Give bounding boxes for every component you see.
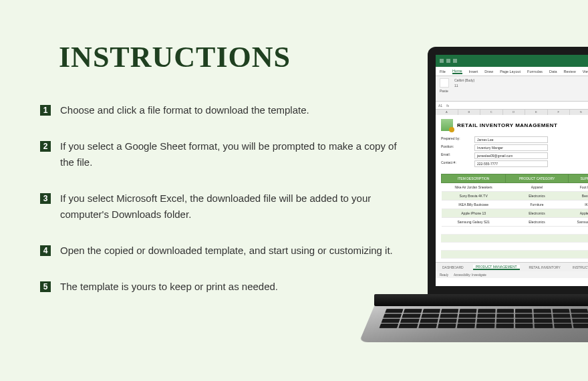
laptop-hinge [374,294,588,306]
font-size-select[interactable]: 11 [454,84,474,88]
step-number-badge: 3 [40,193,51,204]
th-item[interactable]: ITEM DESCRIPTION [442,174,506,183]
fx-icon[interactable]: fx [446,104,449,108]
cell[interactable]: Best Buy [568,192,588,201]
cell[interactable]: IKEA Billy Bookcase [442,201,506,209]
step-item: 1 Choose and click a file format to down… [40,102,401,118]
step-item: 3 If you select Microsoft Excel, the dow… [40,190,401,223]
step-number-badge: 2 [40,141,51,152]
laptop-keyboard [359,306,588,342]
contact-label: Contact #: [441,160,472,167]
font-name-select[interactable]: Calibri (Body) [454,78,474,82]
laptop-screen-bezel: File Home Insert Draw Page Layout Formul… [428,47,588,294]
step-item: 2 If you select a Google Sheet format, y… [40,138,401,170]
email-label: Email: [441,152,472,159]
step-text: The template is yours to keep or print a… [60,279,278,295]
th-category[interactable]: PRODUCT CATEGORY [506,174,568,183]
ribbon-tab-draw[interactable]: Draw [484,70,493,74]
step-number-badge: 4 [40,245,51,256]
ribbon-body: Paste Calibri (Body) 11 Wrap Te [436,76,588,102]
cell[interactable]: Electronics [506,209,568,218]
step-item: 5 The template is yours to keep or print… [40,279,401,295]
redo-icon[interactable] [453,59,457,63]
ribbon-tab-data[interactable]: Data [549,70,557,74]
contact-value[interactable]: 222-555-7777 [474,160,548,167]
save-icon[interactable] [440,59,444,63]
prepared-by-label: Prepared by: [441,136,472,143]
col-header[interactable]: F [548,110,571,115]
status-accessibility[interactable]: Accessibility: Investigate [454,273,486,277]
cell[interactable]: Samsung Galaxy S21 [442,218,506,227]
formula-bar: A1 fx [436,102,588,110]
cell[interactable]: Electronics [506,218,568,227]
sheet-tab-retail[interactable]: RETAIL INVENTORY [527,265,563,269]
cell[interactable]: Sony Bravia 4K TV [442,192,506,201]
col-header[interactable]: E [525,110,548,115]
steps-list: 1 Choose and click a file format to down… [40,102,401,295]
table-row[interactable]: Sony Bravia 4K TVElectronicsBest Buy [442,192,589,201]
spreadsheet-area[interactable]: RETAIL INVENTORY MANAGEMENT Prepared by:… [436,115,588,262]
col-header[interactable]: G [570,110,588,115]
laptop-base [374,294,588,368]
ribbon-tab-review[interactable]: Review [564,70,576,74]
key-grid [380,309,588,328]
excel-window: File Home Insert Draw Page Layout Formul… [436,55,588,286]
cell[interactable]: Apple Store [568,209,588,218]
step-number-badge: 1 [40,105,51,116]
info-form: Prepared by: James Lee Position: Invento… [441,136,588,167]
paste-button[interactable] [440,78,449,88]
ribbon-tab-view[interactable]: View [583,70,588,74]
col-header[interactable]: A [436,110,458,115]
excel-titlebar [436,55,588,67]
table-row[interactable]: Samsung Galaxy S21ElectronicsSamsung Sto… [442,218,589,227]
email-value[interactable]: jameslee09@gmail.com [474,152,548,159]
th-supplier[interactable]: SUPPLIER [568,174,588,183]
position-value[interactable]: Inventory Manger [474,144,548,151]
sheet-tab-dashboard[interactable]: DASHBOARD [440,265,466,269]
ribbon-tab-formulas[interactable]: Formulas [527,70,543,74]
table-row[interactable]: IKEA Billy BookcaseFurnitureIKEA [442,201,589,209]
cell[interactable]: Foot Locker [568,183,588,192]
step-text: Choose and click a file format to downlo… [60,102,309,118]
step-number-badge: 5 [40,281,51,292]
cell[interactable]: Nike Air Jordan Sneakers [442,183,506,192]
ribbon-tab-home[interactable]: Home [452,69,462,74]
cell[interactable]: Samsung Store [568,218,588,227]
cell[interactable]: Apple iPhone 13 [442,209,506,218]
col-header[interactable]: D [503,110,526,115]
table-row[interactable]: Apple iPhone 13ElectronicsApple Store [442,209,589,218]
col-header[interactable]: C [480,110,503,115]
empty-rows[interactable] [441,227,588,267]
paste-label: Paste [440,89,449,93]
col-header[interactable]: B [458,110,481,115]
prepared-by-value[interactable]: James Lee [474,136,548,143]
laptop-mockup: File Home Insert Draw Page Layout Formul… [347,47,588,368]
step-text: Open the copied or downloaded template, … [60,243,393,259]
sheet-heading: RETAIL INVENTORY MANAGEMENT [457,122,557,128]
ribbon-tabs: File Home Insert Draw Page Layout Formul… [436,67,588,76]
status-bar: Ready Accessibility: Investigate [436,271,588,278]
undo-icon[interactable] [446,59,450,63]
sheet-tabs-bar: DASHBOARD PRODUCT MANAGEMENT RETAIL INVE… [436,262,588,271]
inventory-icon [441,119,453,131]
name-box[interactable]: A1 [438,104,442,108]
ribbon-tab-insert[interactable]: Insert [469,70,478,74]
position-label: Position: [441,144,472,151]
cell[interactable]: Furniture [506,201,568,209]
ribbon-tab-pagelayout[interactable]: Page Layout [500,70,521,74]
ribbon-tab-file[interactable]: File [440,70,446,74]
cell[interactable]: IKEA [568,201,588,209]
cell[interactable]: Apparel [506,183,568,192]
cell[interactable]: Electronics [506,192,568,201]
status-ready: Ready [440,273,448,277]
step-item: 4 Open the copied or downloaded template… [40,243,401,259]
inventory-table[interactable]: ITEM DESCRIPTION PRODUCT CATEGORY SUPPLI… [441,174,588,227]
sheet-tab-product[interactable]: PRODUCT MANAGEMENT [473,265,520,270]
column-headers: A B C D E F G H [436,110,588,115]
sheet-tab-instructions[interactable]: INSTRUCTIONS [570,265,588,269]
table-row[interactable]: Nike Air Jordan SneakersApparelFoot Lock… [442,183,589,192]
